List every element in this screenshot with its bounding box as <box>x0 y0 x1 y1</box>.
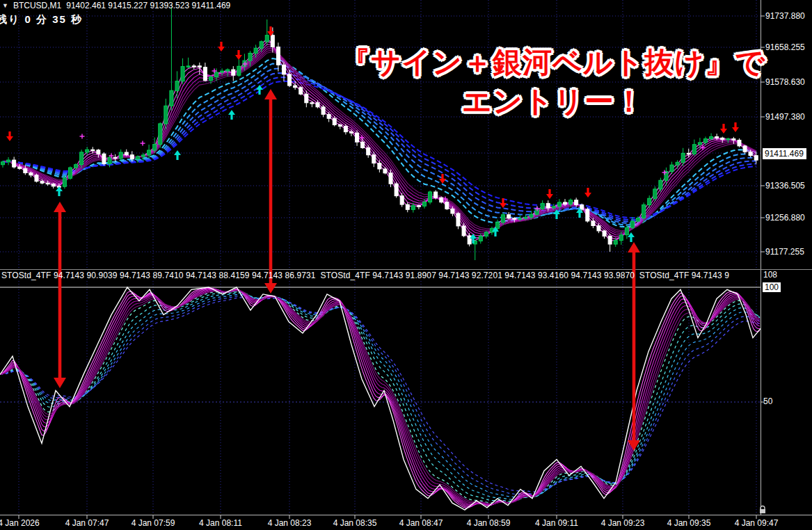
price-axis-label: 91177.255 <box>765 247 804 257</box>
time-axis-label: 4 Jan 2026 <box>0 518 50 528</box>
entry-annotation: 『サイン＋銀河ベルト抜け』で エントリー！ <box>327 43 779 121</box>
annotation-line-1: 『サイン＋銀河ベルト抜け』で <box>327 43 779 82</box>
symbol-timeframe-label: BTCUSD,M1 <box>13 1 61 10</box>
time-axis-label: 4 Jan 09:35 <box>658 518 720 528</box>
current-price-badge: 91411.469 <box>763 148 806 159</box>
time-axis-label: 4 Jan 08:47 <box>390 518 452 528</box>
time-axis-label: 4 Jan 07:47 <box>56 518 118 528</box>
time-axis-label: 4 Jan 09:11 <box>525 518 588 528</box>
symbol-dropdown-icon[interactable]: ▼ <box>2 2 8 9</box>
time-axis: 4 Jan 20264 Jan 07:474 Jan 07:594 Jan 08… <box>0 517 812 530</box>
price-axis-label: 91737.880 <box>765 11 805 21</box>
time-axis-label: 4 Jan 08:23 <box>258 518 321 528</box>
time-axis-label: 4 Jan 08:59 <box>457 518 520 528</box>
annotation-line-2: エントリー！ <box>327 82 779 121</box>
sub-axis-100-badge: 100 <box>763 282 781 292</box>
time-axis-label: 4 Jan 09:47 <box>725 518 788 528</box>
sub-axis-top-label: 108 <box>763 270 777 280</box>
price-axis-label: 91256.880 <box>765 213 805 223</box>
time-axis-label: 4 Jan 08:35 <box>324 518 386 528</box>
stochastic-indicator-header: STOStd_4TF 94.7143 90.9039 94.7143 89.74… <box>1 271 759 280</box>
price-axis-label: 91336.505 <box>765 181 805 191</box>
sub-axis-50-label: 50 <box>763 396 772 406</box>
time-axis-label: 4 Jan 08:11 <box>189 518 252 528</box>
chart-title-bar: ▼ BTCUSD,M1 91402.461 91415.227 91393.52… <box>2 1 230 10</box>
time-axis-label: 4 Jan 07:59 <box>122 518 184 528</box>
scale-lock-icon[interactable] <box>758 505 767 515</box>
ohlc-values: 91402.461 91415.227 91393.523 91411.469 <box>66 1 230 10</box>
time-axis-label: 4 Jan 09:23 <box>591 518 654 528</box>
mt4-chart-window: ▼ BTCUSD,M1 91402.461 91415.227 91393.52… <box>0 0 812 530</box>
candle-countdown-timer: 残り 0 分 35 秒 <box>0 13 83 26</box>
